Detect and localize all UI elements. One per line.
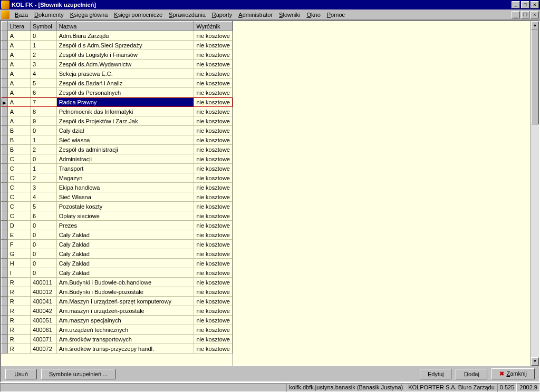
close-dialog-button[interactable]: ✖Zamknij	[491, 368, 535, 379]
row-indicator[interactable]	[2, 50, 8, 60]
table-row[interactable]: C3Ekipa handlowanie kosztowe	[2, 183, 233, 192]
cell-nazwa[interactable]: Pełnomocnik das Informatyki	[56, 107, 194, 116]
cell-symbol[interactable]: 0	[31, 249, 57, 259]
row-indicator[interactable]	[2, 145, 8, 154]
cell-litera[interactable]: A	[7, 88, 30, 97]
cell-wyroznik[interactable]: nie kosztowe	[194, 183, 233, 192]
row-indicator[interactable]	[2, 116, 8, 126]
cell-wyroznik[interactable]: nie kosztowe	[194, 335, 233, 344]
cell-litera[interactable]: C	[7, 183, 30, 192]
cell-nazwa[interactable]: Cały Zakład	[56, 249, 194, 259]
cell-symbol[interactable]: 8	[31, 107, 57, 116]
cell-litera[interactable]: A	[7, 97, 30, 107]
table-row[interactable]: C6Opłaty sieciowenie kosztowe	[2, 211, 233, 221]
cell-litera[interactable]: R	[7, 335, 30, 344]
cell-litera[interactable]: A	[7, 116, 30, 126]
maximize-button[interactable]: □	[521, 1, 529, 8]
cell-litera[interactable]: C	[7, 164, 30, 173]
add-button[interactable]: Dodaj	[456, 369, 487, 379]
cell-symbol[interactable]: 400071	[31, 335, 57, 344]
table-row[interactable]: I0Cały Zakładnie kosztowe	[2, 268, 233, 278]
cell-wyroznik[interactable]: nie kosztowe	[194, 164, 233, 173]
table-row[interactable]: D0Prezesnie kosztowe	[2, 221, 233, 230]
cell-litera[interactable]: R	[7, 306, 30, 316]
cell-symbol[interactable]: 9	[31, 116, 57, 126]
cell-nazwa[interactable]: Zespół ds administracji	[56, 145, 194, 154]
cell-nazwa[interactable]: Am.Budynki i Budowle-ob.handlowe	[56, 278, 194, 287]
cell-symbol[interactable]: 0	[31, 31, 57, 41]
table-row[interactable]: A0Adm.Biura Zarządunie kosztowe	[2, 31, 233, 41]
menu-dokumenty[interactable]: Dokumenty	[31, 11, 67, 19]
cell-litera[interactable]: C	[7, 192, 30, 202]
cell-symbol[interactable]: 400011	[31, 278, 57, 287]
table-row[interactable]: A9Zespół ds.Projektów i Zarz.Jaknie kosz…	[2, 116, 233, 126]
close-button[interactable]: ×	[531, 1, 539, 8]
row-indicator[interactable]	[2, 335, 8, 344]
data-grid[interactable]: Litera Symbol Nazwa Wyróżnik A0Adm.Biura…	[1, 21, 233, 366]
cell-nazwa[interactable]: Ekipa handlowa	[56, 183, 194, 192]
cell-nazwa[interactable]: Sekcja prasowa E.C.	[56, 69, 194, 79]
cell-nazwa[interactable]: Am.Budynki i Budowle-pozostałe	[56, 287, 194, 297]
row-indicator[interactable]	[2, 107, 8, 116]
menu-okno[interactable]: Okno	[303, 11, 323, 19]
cell-nazwa[interactable]: Adm.Biura Zarządu	[56, 31, 194, 41]
cell-wyroznik[interactable]: nie kosztowe	[194, 31, 233, 41]
row-indicator[interactable]	[2, 278, 8, 287]
cell-litera[interactable]: H	[7, 259, 30, 268]
cell-symbol[interactable]: 0	[31, 268, 57, 278]
cell-nazwa[interactable]: Opłaty sieciowe	[56, 211, 194, 221]
cell-litera[interactable]: C	[7, 211, 30, 221]
cell-litera[interactable]: A	[7, 50, 30, 60]
row-indicator[interactable]	[2, 97, 8, 107]
table-row[interactable]: R400051Am.maszyn specjalnychnie kosztowe	[2, 316, 233, 325]
cell-nazwa[interactable]: Zespół ds Logistyki i Finansów	[56, 50, 194, 60]
cell-nazwa[interactable]: Am.środków transp-przyczepy handl.	[56, 344, 194, 354]
cell-litera[interactable]: E	[7, 230, 30, 240]
cell-nazwa[interactable]: Am.środków transportowych	[56, 335, 194, 344]
table-row[interactable]: F0Cały Zakładnie kosztowe	[2, 240, 233, 249]
cell-wyroznik[interactable]: nie kosztowe	[194, 316, 233, 325]
row-indicator[interactable]	[2, 183, 8, 192]
cell-wyroznik[interactable]: nie kosztowe	[194, 259, 233, 268]
cell-litera[interactable]: B	[7, 126, 30, 135]
table-row[interactable]: B1Sieć własnanie kosztowe	[2, 135, 233, 145]
row-indicator[interactable]	[2, 325, 8, 335]
table-row[interactable]: C1Transportnie kosztowe	[2, 164, 233, 173]
row-indicator[interactable]	[2, 154, 8, 164]
row-indicator[interactable]	[2, 240, 8, 249]
menu-księgi pomocnicze[interactable]: Księgi pomocnicze	[111, 11, 166, 19]
table-row[interactable]: R400072Am.środków transp-przyczepy handl…	[2, 344, 233, 354]
table-row[interactable]: C0Administracjinie kosztowe	[2, 154, 233, 164]
menu-baza[interactable]: Baza	[12, 11, 31, 19]
cell-nazwa[interactable]: Pozostałe koszty	[56, 202, 194, 211]
cell-symbol[interactable]: 400072	[31, 344, 57, 354]
cell-symbol[interactable]: 6	[31, 211, 57, 221]
cell-nazwa[interactable]: Magazyn	[56, 173, 194, 183]
row-indicator[interactable]	[2, 202, 8, 211]
cell-litera[interactable]: I	[7, 268, 30, 278]
row-indicator[interactable]	[2, 344, 8, 354]
row-indicator-header[interactable]	[2, 22, 8, 31]
scroll-down-button[interactable]: ▼	[531, 357, 539, 366]
cell-nazwa[interactable]: Zespół ds.Projektów i Zarz.Jak	[56, 116, 194, 126]
row-indicator[interactable]	[2, 297, 8, 306]
cell-wyroznik[interactable]: nie kosztowe	[194, 41, 233, 50]
cell-symbol[interactable]: 400061	[31, 325, 57, 335]
cell-litera[interactable]: A	[7, 79, 30, 88]
table-row[interactable]: R400012Am.Budynki i Budowle-pozostałenie…	[2, 287, 233, 297]
menu-pomoc[interactable]: Pomoc	[324, 11, 348, 19]
cell-litera[interactable]: R	[7, 297, 30, 306]
cell-litera[interactable]: R	[7, 278, 30, 287]
cell-nazwa[interactable]: Am.Maszyn i urządzeń-sprzęt komputerowy	[56, 297, 194, 306]
edit-button[interactable]: Edytuj	[420, 369, 452, 379]
cell-wyroznik[interactable]: nie kosztowe	[194, 116, 233, 126]
cell-symbol[interactable]: 5	[31, 202, 57, 211]
scroll-thumb[interactable]	[531, 30, 539, 124]
cell-symbol[interactable]: 0	[31, 221, 57, 230]
cell-litera[interactable]: B	[7, 145, 30, 154]
cell-wyroznik[interactable]: nie kosztowe	[194, 154, 233, 164]
row-indicator[interactable]	[2, 306, 8, 316]
cell-wyroznik[interactable]: nie kosztowe	[194, 221, 233, 230]
cell-nazwa[interactable]: Cały Zakład	[56, 230, 194, 240]
cell-litera[interactable]: R	[7, 325, 30, 335]
